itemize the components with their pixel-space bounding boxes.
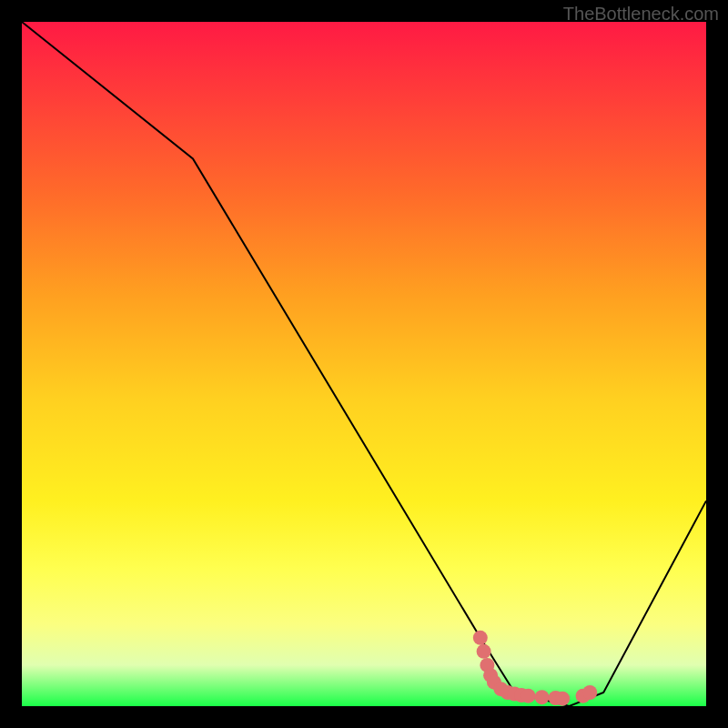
watermark-label: TheBottleneck.com — [563, 4, 719, 25]
bottleneck-curve — [22, 22, 706, 706]
chart-container: TheBottleneck.com — [0, 0, 728, 728]
scatter-series — [473, 631, 597, 706]
chart-overlay — [22, 22, 706, 706]
scatter-point — [582, 685, 597, 700]
scatter-point — [477, 644, 491, 659]
scatter-point — [535, 690, 550, 704]
scatter-point — [521, 689, 536, 703]
scatter-point — [555, 692, 570, 706]
line-series — [22, 22, 706, 706]
scatter-point — [473, 631, 488, 645]
